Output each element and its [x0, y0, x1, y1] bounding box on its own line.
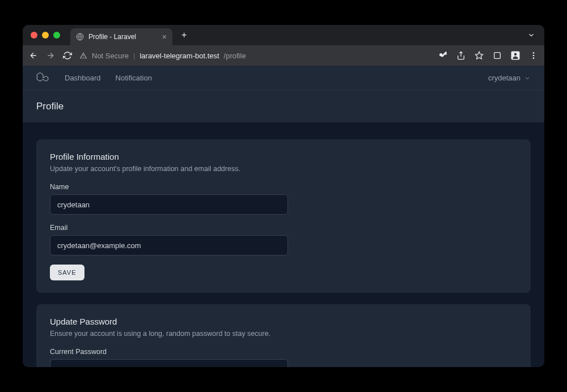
laravel-logo-icon: [36, 72, 49, 84]
user-menu[interactable]: crydetaan: [488, 74, 531, 82]
browser-window: Profile - Laravel × + Not Secure | larav…: [23, 25, 544, 367]
new-tab-button[interactable]: +: [178, 28, 190, 42]
save-button[interactable]: SAVE: [50, 265, 84, 280]
email-label: Email: [50, 224, 517, 232]
window-controls: [31, 32, 60, 39]
nav-back-button[interactable]: [28, 51, 39, 60]
update-password-card: Update Password Ensure your account is u…: [36, 304, 531, 367]
tab-title: Profile - Laravel: [88, 33, 158, 41]
tab-close-icon[interactable]: ×: [162, 33, 167, 41]
card-description: Ensure your account is using a long, ran…: [50, 330, 517, 338]
page-header: Profile: [23, 91, 544, 122]
extensions-icon[interactable]: [492, 51, 502, 60]
security-label: Not Secure: [92, 52, 129, 60]
name-label: Name: [50, 183, 517, 191]
svg-point-6: [533, 55, 535, 57]
window-close-button[interactable]: [31, 32, 37, 39]
page-body: Profile Information Update your account'…: [23, 122, 544, 367]
menu-icon[interactable]: [528, 51, 539, 60]
url-host: laravel-telegram-bot.test: [139, 52, 219, 60]
nav-link-notification[interactable]: Notification: [116, 74, 152, 82]
profile-info-card: Profile Information Update your account'…: [36, 139, 531, 293]
nav-reload-button[interactable]: [62, 51, 73, 60]
browser-toolbar: Not Secure | laravel-telegram-bot.test/p…: [23, 45, 544, 66]
browser-tab[interactable]: Profile - Laravel ×: [70, 28, 172, 45]
email-input[interactable]: [50, 235, 288, 255]
card-title: Update Password: [50, 317, 517, 326]
current-password-label: Current Password: [50, 348, 517, 356]
name-input[interactable]: [50, 194, 288, 215]
share-icon[interactable]: [456, 51, 466, 60]
profile-icon[interactable]: [510, 50, 521, 61]
warning-icon: [79, 52, 87, 59]
url-separator: |: [133, 52, 135, 60]
app-viewport: Dashboard Notification crydetaan Profile…: [23, 66, 544, 367]
window-maximize-button[interactable]: [53, 32, 60, 39]
globe-icon: [76, 33, 84, 41]
star-icon[interactable]: [474, 51, 484, 60]
toolbar-right: [438, 50, 539, 61]
browser-tabbar: Profile - Laravel × +: [23, 25, 544, 45]
card-title: Profile Information: [50, 152, 517, 161]
nav-links: Dashboard Notification: [65, 74, 152, 82]
window-minimize-button[interactable]: [42, 32, 49, 39]
key-icon[interactable]: [438, 51, 448, 60]
svg-point-4: [514, 53, 517, 56]
page-title: Profile: [36, 101, 531, 112]
svg-point-5: [533, 52, 535, 54]
card-description: Update your account's profile informatio…: [50, 165, 517, 173]
chevron-down-icon[interactable]: [527, 31, 535, 39]
current-password-input[interactable]: [50, 359, 288, 367]
nav-forward-button[interactable]: [45, 51, 56, 60]
svg-rect-2: [494, 53, 501, 59]
url-path: /profile: [224, 52, 246, 60]
url-bar[interactable]: Not Secure | laravel-telegram-bot.test/p…: [79, 52, 431, 60]
chevron-down-icon: [524, 75, 531, 82]
svg-point-7: [533, 57, 535, 59]
user-menu-label: crydetaan: [488, 74, 521, 82]
nav-link-dashboard[interactable]: Dashboard: [65, 74, 101, 82]
app-navbar: Dashboard Notification crydetaan: [23, 66, 544, 91]
svg-marker-1: [475, 52, 483, 59]
